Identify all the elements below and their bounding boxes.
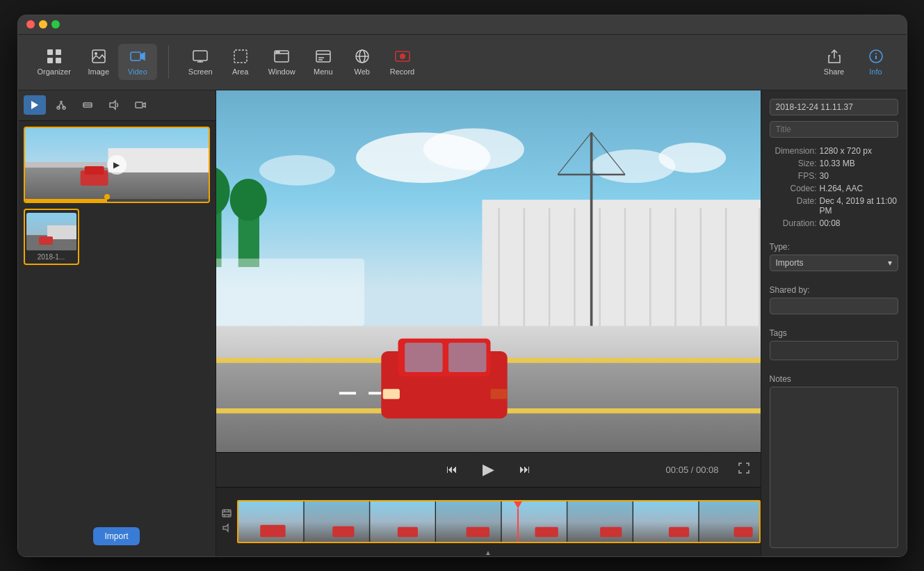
toolbar-left-group: Organizer Image [29,44,157,80]
svg-point-49 [423,128,524,170]
dimension-value: 1280 x 720 px [820,146,872,156]
toolbar-screen[interactable]: Screen [180,44,221,80]
toolbar-area[interactable]: Area [221,44,260,80]
size-label: Size: [770,159,817,168]
svg-marker-35 [110,101,115,109]
svg-rect-79 [382,389,399,399]
toolbar-share[interactable]: Share [815,44,854,80]
fps-value: 30 [820,171,829,181]
sidebar-play-btn[interactable] [24,95,46,115]
notes-textarea[interactable] [770,387,898,548]
date-meta-label: Date: [770,196,817,216]
shared-by-input[interactable] [770,298,898,314]
type-dropdown[interactable]: Imports ▾ [770,255,898,271]
video-preview [216,90,761,452]
svg-rect-6 [131,52,140,61]
maximize-button[interactable] [51,20,60,29]
svg-point-69 [229,178,266,220]
toolbar-sep-1 [168,45,169,79]
toolbar-menu[interactable]: Menu [304,44,343,80]
type-section: Type: Imports ▾ [770,239,898,271]
media-item-small[interactable]: 2018-1... [24,209,79,265]
title-bar [18,15,907,35]
record-label: Record [390,67,414,76]
duration-value: 00:08 [820,218,841,228]
media-item-large[interactable]: ▶ [24,127,210,203]
toolbar-window[interactable]: Window [260,44,304,80]
toolbar-image[interactable]: Image [79,44,118,80]
notes-label: Notes [770,374,898,384]
date-row: Date: Dec 4, 2019 at 11:00 PM [770,196,898,216]
title-input[interactable] [770,121,898,138]
sidebar-cut-btn[interactable] [50,95,72,115]
toolbar-organizer[interactable]: Organizer [29,44,79,80]
record-icon [394,48,411,65]
codec-row: Codec: H.264, AAC [770,184,898,193]
svg-point-14 [278,51,279,53]
sidebar-toolbar [18,90,216,121]
svg-rect-0 [47,49,53,55]
svg-rect-36 [136,102,143,108]
tags-section: Tags [770,325,898,360]
video-label: Video [128,67,147,76]
svg-rect-3 [56,58,61,63]
svg-marker-27 [31,101,38,109]
collapse-arrow[interactable]: ▲ [485,549,492,556]
toolbar-info[interactable]: Info [857,44,895,80]
svg-rect-112 [466,527,489,538]
svg-rect-1 [56,49,61,55]
sidebar-trim-btn[interactable] [76,95,99,115]
svg-rect-110 [332,526,354,537]
media-item-label: 2018-1... [38,253,65,261]
svg-point-51 [658,142,726,172]
toolbar-web[interactable]: Web [343,44,382,80]
progress-bar [25,199,108,202]
area-label: Area [232,67,248,76]
toolbar-video[interactable]: Video [118,44,157,80]
rewind-button[interactable]: ⏮ [441,460,463,478]
svg-point-52 [259,155,334,186]
sidebar-audio-btn[interactable] [103,95,125,115]
menu-icon [315,48,332,65]
svg-marker-93 [223,524,228,531]
info-date: 2018-12-24 11.11.37 [770,99,898,115]
audio-timeline-icon [222,523,232,535]
fullscreen-button[interactable] [738,463,749,476]
info-icon [868,48,884,65]
svg-point-26 [875,53,877,54]
svg-point-5 [95,52,97,55]
sidebar-spacer [24,271,210,516]
close-button[interactable] [26,20,35,29]
video-icon [129,48,146,65]
transport-bar: ⏮ ▶ ⏭ 00:05 / 00:08 [216,452,761,487]
minimize-button[interactable] [39,20,47,29]
import-button[interactable]: Import [93,527,139,545]
info-label: Info [869,67,882,76]
timeline-track[interactable] [237,500,761,543]
sidebar-camera-btn[interactable] [129,95,152,115]
play-pause-button[interactable]: ▶ [477,458,500,481]
main-toolbar: Organizer Image [18,35,907,90]
app-window: Organizer Image [17,15,907,557]
main-content: ▶ [18,90,907,556]
svg-rect-10 [234,50,247,63]
svg-point-13 [276,51,277,53]
screen-label: Screen [188,67,213,76]
play-overlay[interactable]: ▶ [107,155,127,175]
svg-rect-115 [668,527,688,538]
codec-label: Codec: [770,184,817,193]
dropdown-arrow-icon: ▾ [888,258,892,268]
svg-point-23 [400,54,405,59]
shared-by-section: Shared by: [770,282,898,314]
traffic-lights [26,20,60,29]
center-area: ⏮ ▶ ⏭ 00:05 / 00:08 [216,90,761,556]
fps-label: FPS: [770,171,817,181]
tags-input[interactable] [770,341,898,360]
toolbar-record[interactable]: Record [382,44,423,80]
fast-forward-button[interactable]: ⏭ [514,460,536,478]
share-icon [826,48,843,65]
toolbar-right-group: Share Info [815,44,895,80]
shared-by-label: Shared by: [770,285,898,295]
film-icon [222,508,232,520]
sidebar-content: ▶ [18,121,216,556]
